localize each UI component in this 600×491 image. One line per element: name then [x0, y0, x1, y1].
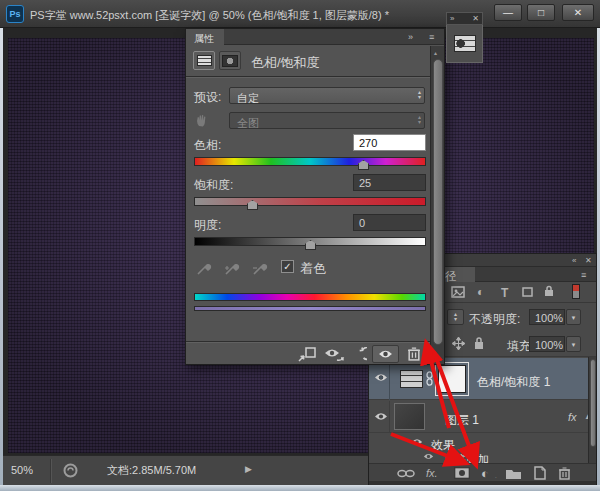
adobe-drive-icon[interactable] [63, 463, 78, 478]
channel-dropdown: 全图 ▴▾ [229, 112, 425, 129]
filter-toggle-switch[interactable] [572, 284, 580, 299]
statusbar-divider [50, 459, 51, 483]
window-frame-bottom [0, 485, 600, 491]
minimize-button[interactable]: — [494, 4, 522, 21]
new-group-folder-icon[interactable] [505, 468, 522, 479]
properties-scrollbar[interactable]: ▴ ▾ [430, 46, 444, 364]
maximize-button[interactable]: □ [527, 4, 555, 21]
lightness-label: 明度: [194, 219, 221, 231]
mask-link-icon[interactable] [426, 371, 433, 386]
colorize-checkbox[interactable]: ✓ [281, 260, 294, 273]
filter-smart-objects-icon[interactable] [543, 285, 555, 298]
filter-adjustment-layers-icon[interactable]: ◐ [477, 285, 484, 299]
toggle-visibility-button[interactable] [372, 345, 399, 363]
close-panel-icon[interactable]: ✕ [472, 14, 479, 23]
hue-spectrum-bar [194, 293, 426, 301]
divider [186, 76, 430, 77]
collapse-panel-icon[interactable]: « [572, 256, 576, 265]
effects-visibility-eye-icon[interactable] [411, 438, 423, 446]
opacity-value[interactable]: 100% [529, 309, 565, 325]
colorize-label[interactable]: 着色 [300, 262, 326, 275]
preset-dropdown[interactable]: 自定 ▴▾ [229, 87, 425, 104]
adjustments-panel-icon [454, 35, 476, 52]
hue-slider-track[interactable] [194, 157, 426, 166]
layers-panel-bottom-edge [369, 481, 596, 485]
hue-label: 色相: [194, 139, 221, 151]
lightness-value-input[interactable]: 0 [353, 214, 426, 231]
layer-row-layer1[interactable]: 图层 1 fx ▲ [369, 401, 596, 433]
layer-style-fx-icon[interactable]: fx. [426, 467, 438, 479]
adjustment-title: 色相/饱和度 [251, 56, 320, 69]
adjustment-menu-dot: . [495, 473, 497, 479]
divider [186, 341, 430, 342]
photoshop-window: Ps PS字堂 www.52psxt.com [圣诞字效] @ 50% (色相/… [0, 0, 600, 491]
new-adjustment-layer-icon[interactable]: ◐ [481, 466, 489, 481]
layer-fx-badge[interactable]: fx [568, 411, 577, 423]
lock-position-icon[interactable] [451, 336, 466, 351]
eyedropper-icon [196, 259, 213, 276]
opacity-dropdown-arrow[interactable]: ▼ [566, 309, 581, 325]
title-bar: Ps PS字堂 www.52psxt.com [圣诞字效] @ 50% (色相/… [0, 0, 600, 28]
fill-value[interactable]: 100% [529, 336, 565, 352]
layer-name[interactable]: 色相/饱和度 1 [477, 374, 550, 391]
add-layer-mask-icon[interactable] [454, 467, 470, 479]
channel-spinner-icon: ▴▾ [418, 115, 421, 125]
saturation-label: 饱和度: [194, 179, 233, 191]
adjustment-layer-thumbnail[interactable] [400, 370, 423, 388]
scroll-up-icon[interactable]: ▴ [434, 49, 437, 56]
layers-scrollbar[interactable] [588, 357, 596, 463]
close-button[interactable]: ✕ [562, 4, 594, 21]
filter-pixel-layers-icon[interactable] [451, 286, 465, 298]
layer-thumbnail[interactable] [394, 403, 425, 430]
preset-spinner-icon[interactable]: ▴▾ [418, 90, 421, 100]
eyedropper-plus-icon [224, 259, 241, 276]
link-layers-icon[interactable] [397, 469, 415, 478]
tab-properties[interactable]: 属性 [186, 29, 224, 45]
eyedropper-minus-icon [252, 259, 269, 276]
adjustment-settings-icon[interactable] [193, 51, 215, 70]
layer-visibility-eye-icon[interactable] [374, 373, 388, 382]
preset-label: 预设: [194, 91, 221, 103]
reset-adjustment-icon[interactable] [350, 347, 367, 363]
layer-mask-thumbnail[interactable] [438, 365, 466, 393]
pattern-overlay-row[interactable]: 图案叠加 [369, 450, 596, 464]
collapse-panel-icon[interactable]: » [408, 32, 413, 42]
hue-value-input[interactable]: 270 [353, 134, 426, 151]
blend-mode-spinner[interactable]: ▴▾ [447, 309, 464, 325]
clip-to-layer-icon[interactable] [297, 347, 317, 363]
eye-column-divider [389, 401, 390, 433]
properties-scrollbar-thumb[interactable] [433, 59, 443, 345]
masks-icon[interactable] [219, 51, 241, 70]
close-panel-icon[interactable]: ✕ [585, 256, 592, 265]
lock-all-icon[interactable] [473, 336, 485, 350]
effects-row[interactable]: 效果 [369, 434, 596, 450]
scroll-down-icon[interactable]: ▾ [434, 352, 437, 359]
status-flyout-arrow[interactable]: ▶ [245, 464, 252, 474]
saturation-slider-track[interactable] [194, 197, 426, 206]
preset-value: 自定 [237, 91, 259, 106]
layer-list: 色相/饱和度 1 图层 1 fx ▲ 效果 [369, 357, 596, 463]
layers-scrollbar-thumb[interactable] [590, 359, 596, 447]
filter-shape-layers-icon[interactable] [521, 286, 534, 298]
pattern-overlay-eye-icon[interactable] [423, 453, 434, 460]
delete-layer-trash-icon[interactable] [558, 466, 571, 480]
properties-tab-bar: 属性 » ≡ [186, 29, 444, 45]
document-size-info: 文档:2.85M/5.70M [107, 465, 196, 476]
panel-menu-icon[interactable]: ≡ [429, 32, 434, 42]
expand-panel-icon[interactable]: » [450, 14, 454, 23]
fill-dropdown-arrow[interactable]: ▼ [566, 336, 581, 352]
collapsed-panel-group: » ✕ [446, 12, 483, 63]
photoshop-app-icon: Ps [6, 5, 24, 23]
saturation-value-input[interactable]: 25 [353, 174, 426, 191]
layer-name[interactable]: 图层 1 [445, 412, 479, 429]
targeted-adjustment-hand-icon[interactable] [195, 112, 211, 128]
view-previous-state-icon[interactable] [323, 347, 345, 363]
delete-adjustment-trash-icon[interactable] [407, 346, 421, 361]
new-layer-icon[interactable] [534, 466, 546, 480]
zoom-level[interactable]: 50% [11, 465, 33, 476]
layer-visibility-eye-icon[interactable] [374, 412, 388, 421]
filter-type-layers-icon[interactable]: T [501, 286, 508, 300]
panel-menu-icon[interactable]: ≡ [581, 270, 586, 280]
collapsed-adjustments-button[interactable] [446, 25, 483, 63]
window-frame-left [0, 28, 3, 491]
